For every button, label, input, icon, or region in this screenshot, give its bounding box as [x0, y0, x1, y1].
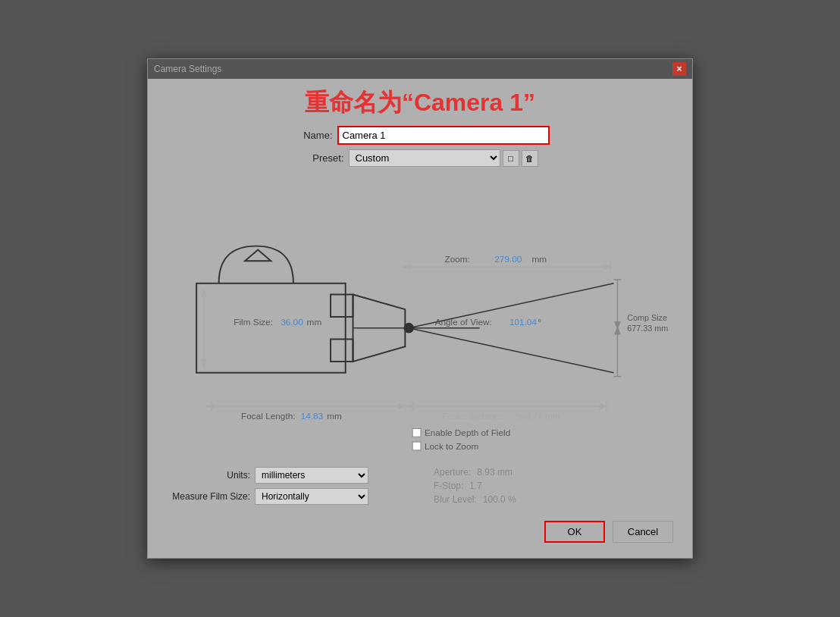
svg-text:279.00: 279.00 — [494, 254, 522, 264]
button-row: OK Cancel — [159, 517, 681, 547]
preset-select[interactable]: Custom — [349, 149, 500, 167]
svg-text:Focus Distance:: Focus Distance: — [442, 411, 506, 421]
svg-text:Zoom:: Zoom: — [444, 254, 469, 264]
film-measure-select[interactable]: Horizontally Vertically — [255, 488, 368, 505]
svg-text:Film Size:: Film Size: — [234, 317, 273, 327]
aperture-value: 8.93 mm — [477, 467, 512, 478]
svg-text:Angle of View:: Angle of View: — [435, 317, 492, 327]
blur-value: 100.0 % — [483, 494, 516, 505]
aperture-label: Aperture: — [434, 467, 471, 478]
svg-text:mm: mm — [307, 317, 322, 327]
ok-button[interactable]: OK — [544, 521, 605, 543]
svg-text:Lock to Zoom: Lock to Zoom — [425, 441, 479, 451]
svg-text:101.04: 101.04 — [509, 317, 537, 327]
film-measure-label: Measure Film Size: — [167, 491, 250, 502]
svg-line-8 — [409, 328, 613, 373]
preset-save-button[interactable]: □ — [503, 150, 519, 167]
fstop-value: 1.7 — [469, 481, 482, 491]
camera-diagram: Zoom: 279.00 mm Film Size: 36.00 mm Angl… — [159, 173, 681, 461]
title-bar: Camera Settings × — [148, 59, 692, 79]
svg-text:Enable Depth of Field: Enable Depth of Field — [425, 428, 510, 437]
cancel-button[interactable]: Cancel — [613, 521, 673, 543]
svg-text:°: ° — [538, 317, 541, 327]
units-label: Units: — [167, 470, 250, 481]
blur-label: Blur Level: — [434, 494, 477, 505]
svg-rect-2 — [331, 295, 353, 317]
svg-rect-42 — [412, 442, 421, 450]
preset-row: Preset: Custom □ 🗑 — [159, 149, 681, 167]
svg-rect-0 — [196, 283, 346, 373]
fstop-label: F-Stop: — [434, 481, 463, 491]
aperture-row: Aperture: 8.93 mm — [428, 467, 673, 478]
preset-delete-button[interactable]: 🗑 — [522, 150, 538, 167]
bottom-controls: Units: millimeters pixels Measure Film S… — [159, 467, 681, 509]
close-button[interactable]: × — [672, 62, 686, 76]
name-input[interactable] — [337, 126, 550, 145]
fstop-row: F-Stop: 1.7 — [428, 481, 673, 491]
annotation-title: 重命名为“Camera 1” — [159, 86, 681, 120]
svg-rect-3 — [331, 339, 353, 361]
units-select[interactable]: millimeters pixels — [255, 467, 368, 484]
svg-rect-40 — [412, 428, 421, 437]
svg-text:677.33 mm: 677.33 mm — [627, 324, 668, 333]
units-row: Units: millimeters pixels — [167, 467, 412, 484]
dialog-body: 重命名为“Camera 1” Name: Preset: Custom □ 🗑 — [148, 79, 692, 558]
name-row: Name: — [159, 126, 681, 145]
svg-text:36.00: 36.00 — [281, 317, 303, 327]
right-controls: Aperture: 8.93 mm F-Stop: 1.7 Blur Level… — [412, 467, 673, 509]
svg-text:Focal Length:: Focal Length: — [241, 411, 295, 421]
svg-text:940.74 mm: 940.74 mm — [516, 411, 560, 421]
svg-text:mm: mm — [531, 254, 547, 264]
svg-text:Comp Size: Comp Size — [627, 313, 667, 322]
diagram-svg: Zoom: 279.00 mm Film Size: 36.00 mm Angl… — [159, 173, 681, 461]
blur-row: Blur Level: 100.0 % — [428, 494, 673, 505]
name-label: Name: — [291, 130, 333, 141]
dialog-title: Camera Settings — [154, 64, 221, 74]
svg-text:mm: mm — [327, 411, 342, 421]
film-measure-row: Measure Film Size: Horizontally Vertical… — [167, 488, 412, 505]
preset-label: Preset: — [302, 152, 344, 164]
camera-settings-dialog: Camera Settings × 重命名为“Camera 1” Name: P… — [147, 58, 693, 559]
svg-text:14.83: 14.83 — [301, 411, 324, 421]
svg-marker-1 — [245, 250, 271, 262]
left-controls: Units: millimeters pixels Measure Film S… — [167, 467, 412, 509]
